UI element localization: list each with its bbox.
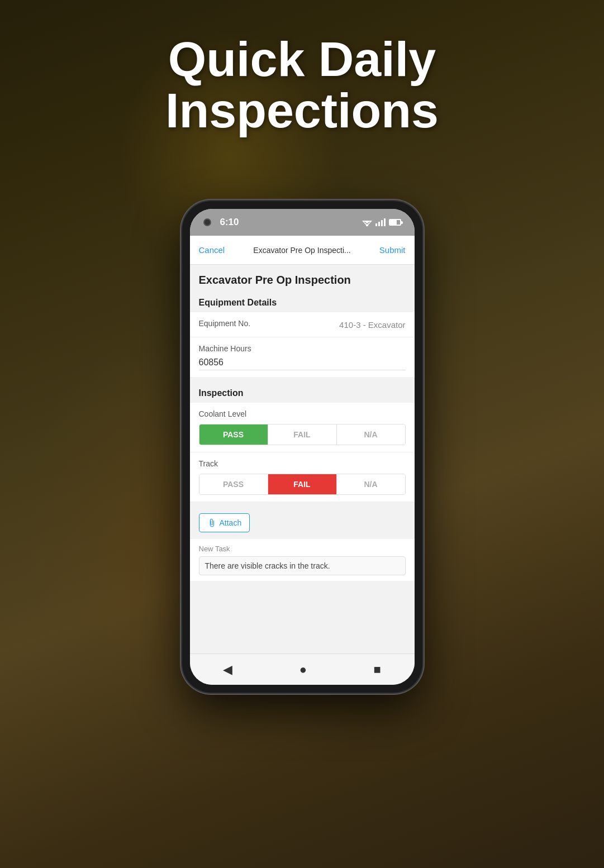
status-bar: 6:10 <box>190 209 415 236</box>
equipment-no-field: Equipment No. 410-3 - Excavator <box>190 312 415 337</box>
track-pass-button[interactable]: PASS <box>199 474 268 494</box>
inspection-section: Coolant Level PASS FAIL N/A Track PASS F… <box>190 403 415 502</box>
app-nav: Cancel Excavator Pre Op Inspecti... Subm… <box>190 236 415 265</box>
machine-hours-field: Machine Hours <box>190 337 415 377</box>
back-button[interactable]: ◀ <box>223 662 232 677</box>
track-item: Track PASS FAIL N/A <box>190 452 415 502</box>
nav-title: Excavator Pre Op Inspecti... <box>225 246 379 255</box>
wifi-icon <box>362 218 372 226</box>
track-btn-group: PASS FAIL N/A <box>199 474 406 495</box>
phone-container: 6:10 <box>182 201 422 693</box>
status-icons <box>362 218 401 226</box>
coolant-label: Coolant Level <box>199 409 406 418</box>
equipment-details-section: Equipment No. 410-3 - Excavator Machine … <box>190 312 415 377</box>
phone-nav-bar: ◀ ● ■ <box>190 654 415 685</box>
camera-icon <box>203 218 211 226</box>
coolant-btn-group: PASS FAIL N/A <box>199 424 406 445</box>
cancel-button[interactable]: Cancel <box>199 245 225 255</box>
section-inspection-header: Inspection <box>190 381 415 403</box>
machine-hours-label: Machine Hours <box>199 344 406 353</box>
attach-icon <box>207 518 216 527</box>
home-button[interactable]: ● <box>299 662 307 677</box>
hero-title-line1: Quick Daily <box>168 31 436 87</box>
status-time: 6:10 <box>220 217 239 228</box>
phone-screen: 6:10 <box>190 209 415 685</box>
equipment-no-value: 410-3 - Excavator <box>339 320 405 330</box>
track-fail-button[interactable]: FAIL <box>268 474 337 494</box>
machine-hours-input[interactable] <box>199 355 406 370</box>
new-task-section: New Task There are visible cracks in the… <box>190 539 415 581</box>
new-task-label: New Task <box>199 545 406 553</box>
track-na-button[interactable]: N/A <box>337 474 405 494</box>
attach-button-container: Attach <box>190 507 415 539</box>
recent-button[interactable]: ■ <box>373 662 381 677</box>
equipment-no-label: Equipment No. <box>199 319 251 328</box>
app-content: Excavator Pre Op Inspection Equipment De… <box>190 265 415 654</box>
coolant-level-item: Coolant Level PASS FAIL N/A <box>190 403 415 452</box>
form-main-title: Excavator Pre Op Inspection <box>199 274 406 287</box>
submit-button[interactable]: Submit <box>379 245 406 255</box>
battery-icon <box>389 219 401 226</box>
hero-title-line2: Inspections <box>165 83 439 138</box>
track-label: Track <box>199 459 406 468</box>
coolant-fail-button[interactable]: FAIL <box>268 425 337 445</box>
hero-title: Quick Daily Inspections <box>0 34 604 137</box>
signal-icon <box>375 218 386 226</box>
new-task-text: There are visible cracks in the track. <box>199 556 406 575</box>
attach-label: Attach <box>220 518 242 527</box>
section-equipment-header: Equipment Details <box>190 291 415 312</box>
attach-button[interactable]: Attach <box>199 513 250 532</box>
coolant-na-button[interactable]: N/A <box>337 425 405 445</box>
coolant-pass-button[interactable]: PASS <box>199 425 268 445</box>
form-title-block: Excavator Pre Op Inspection <box>190 265 415 291</box>
